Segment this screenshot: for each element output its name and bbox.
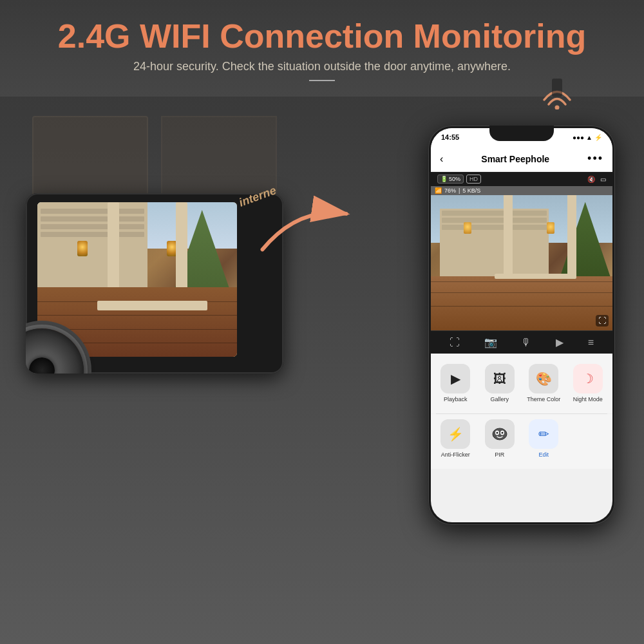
phone-body: 14:55 ●●● ▲ ⚡ ‹ Smart Peephole ••• 🔋 50: [428, 126, 615, 525]
anti-flicker-label: Anti-Flicker: [441, 451, 470, 459]
sub-title: 24-hour security. Check the situation ou…: [0, 60, 644, 73]
svg-point-1: [555, 106, 560, 110]
quality-badge: HD: [466, 175, 481, 184]
edit-icon-item[interactable]: ✏ Edit: [522, 414, 566, 464]
main-title: 2.4G WIFI Connection Monitoring: [0, 18, 644, 55]
lamp-left: [77, 241, 88, 256]
separator: |: [459, 187, 460, 194]
expand-icon[interactable]: ⛶: [596, 315, 609, 327]
cam-lamp-left: [464, 222, 471, 234]
theme-color-icon-item[interactable]: 🎨 Theme Color: [522, 359, 566, 408]
night-mode-label: Night Mode: [573, 396, 603, 403]
phone-notch: [489, 126, 554, 141]
cam-porch-scene: [431, 195, 612, 330]
pir-icon: [485, 419, 515, 449]
theme-color-icon: 🎨: [529, 364, 558, 393]
snapshot-btn[interactable]: 📷: [484, 336, 497, 348]
wifi-info-bar: 📶 76% | 5 KB/S: [431, 186, 612, 195]
back-button[interactable]: ‹: [440, 153, 443, 165]
wifi-icon: ▲: [586, 134, 592, 141]
gallery-icon-item[interactable]: 🖼 Gallery: [478, 359, 522, 408]
anti-flicker-icon-item[interactable]: ⚡ Anti-Flicker: [433, 414, 478, 464]
app-title: Smart Peephole: [481, 154, 549, 164]
toolbar-left: 🔋 50% HD: [437, 175, 481, 184]
empty-slot: [566, 414, 611, 464]
fullscreen-btn[interactable]: ⛶: [450, 337, 460, 348]
camera-toolbar: 🔋 50% HD 🔇 ▭: [431, 172, 612, 186]
app-icons-row1: ▶ Playback 🖼 Gallery 🎨 Theme Color: [431, 354, 612, 413]
mic-btn[interactable]: 🎙: [521, 337, 531, 348]
app-bar: ‹ Smart Peephole •••: [431, 146, 612, 172]
smartphone: 14:55 ●●● ▲ ⚡ ‹ Smart Peephole ••• 🔋 50: [428, 126, 615, 525]
status-time: 14:55: [441, 133, 459, 141]
arrow-container: [251, 200, 354, 254]
cam-lamp-right: [547, 222, 554, 234]
cam-railing: [495, 274, 576, 279]
wifi-percentage: 76%: [444, 187, 456, 194]
theme-color-label: Theme Color: [527, 396, 560, 403]
porch-railing: [97, 301, 207, 310]
door-viewer-screen-body: [26, 193, 283, 374]
pir-svg: [491, 425, 509, 443]
menu-btn[interactable]: ≡: [588, 337, 594, 348]
wifi-status-icon: 📶: [435, 187, 442, 194]
cam-house: [440, 209, 549, 283]
phone-screen: 14:55 ●●● ▲ ⚡ ‹ Smart Peephole ••• 🔋 50: [431, 128, 612, 522]
header: 2.4G WIFI Connection Monitoring 24-hour …: [0, 0, 644, 81]
porch-scene-left: [37, 202, 237, 357]
playback-icon: ▶: [440, 364, 470, 393]
camera-feed: ⛶: [431, 195, 612, 330]
edit-label: Edit: [538, 451, 549, 459]
gallery-label: Gallery: [490, 396, 509, 403]
svg-point-6: [496, 431, 498, 433]
battery-icon: ⚡: [594, 134, 602, 141]
cam-floor: [431, 276, 612, 330]
video-btn[interactable]: ▶: [556, 336, 564, 348]
door-viewer-screen: [37, 202, 237, 357]
battery-indicator: 🔋 50%: [437, 175, 464, 184]
signal-bars: ●●●: [573, 134, 584, 141]
gallery-icon: 🖼: [485, 364, 515, 393]
pir-label: PIR: [495, 451, 504, 459]
playback-label: Playback: [444, 396, 468, 403]
svg-rect-2: [552, 79, 562, 97]
night-mode-icon: ☽: [573, 364, 603, 393]
more-button[interactable]: •••: [587, 152, 603, 166]
toolbar-right: 🔇 ▭: [587, 176, 606, 183]
network-speed: 5 KB/S: [462, 187, 480, 194]
wifi-signal-icon: [538, 77, 576, 112]
svg-point-7: [501, 431, 503, 433]
controls-row: ⛶ 📷 🎙 ▶ ≡: [431, 330, 612, 354]
header-divider: [309, 80, 335, 81]
screen-icon[interactable]: ▭: [600, 176, 606, 183]
lens-aperture: [29, 357, 55, 374]
svg-point-3: [493, 428, 507, 440]
night-mode-icon-item[interactable]: ☽ Night Mode: [566, 359, 611, 408]
battery-pct: 50%: [449, 176, 460, 182]
app-icons-row2: ⚡ Anti-Flicker: [431, 414, 612, 469]
status-icons: ●●● ▲ ⚡: [573, 134, 602, 141]
playback-icon-item[interactable]: ▶ Playback: [433, 359, 478, 408]
anti-flicker-icon: ⚡: [440, 419, 470, 449]
edit-icon: ✏: [529, 419, 558, 449]
pir-icon-item[interactable]: PIR: [478, 414, 522, 464]
mute-icon[interactable]: 🔇: [587, 176, 595, 183]
